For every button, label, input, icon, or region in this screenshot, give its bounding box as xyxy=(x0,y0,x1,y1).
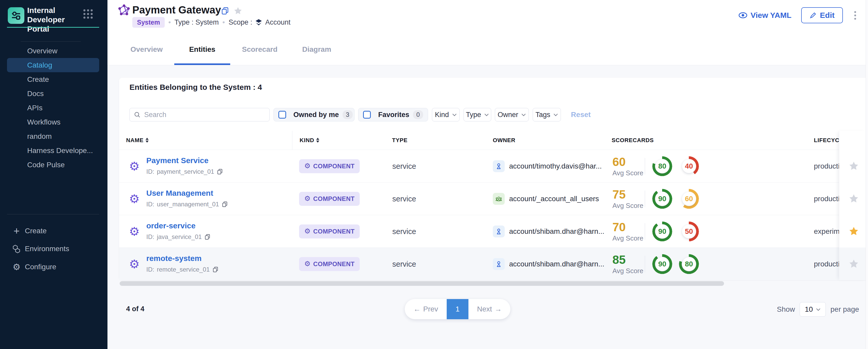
sliders-logo-icon xyxy=(11,10,21,21)
component-gear-icon: ⚙ xyxy=(129,225,140,237)
avg-score-block: 75 Avg Score xyxy=(612,188,643,210)
tags-dropdown[interactable]: Tags xyxy=(533,108,561,121)
scope-label: Scope : xyxy=(229,19,252,26)
sidebar-environments-button[interactable]: Environments xyxy=(0,241,107,257)
avg-score-value: 70 xyxy=(612,221,643,233)
type-cell: service xyxy=(392,227,416,235)
reset-filters-button[interactable]: Reset xyxy=(565,108,596,121)
owner-cell: account/timothy.davis@har... xyxy=(509,162,602,170)
tab-entities[interactable]: Entities xyxy=(190,34,215,65)
sidebar-configure-button[interactable]: ⚙ Configure xyxy=(0,259,107,275)
page-size-select[interactable]: 10 xyxy=(800,302,826,317)
tab-overview[interactable]: Overview xyxy=(129,34,164,65)
owned-by-me-checkbox[interactable] xyxy=(278,111,286,119)
more-options-kebab-icon[interactable] xyxy=(853,9,858,21)
search-input[interactable] xyxy=(144,111,265,119)
entities-card: Entities Belonging to the System : 4 xyxy=(119,78,868,280)
entities-heading: Entities Belonging to the System : 4 xyxy=(129,83,262,92)
next-page-button[interactable]: Next → xyxy=(468,299,510,319)
component-gear-icon: ⚙ xyxy=(129,258,140,270)
type-cell: service xyxy=(392,260,416,268)
tab-diagram[interactable]: Diagram xyxy=(302,34,331,65)
lifecycle-cell: production xyxy=(814,162,839,170)
entity-name-link[interactable]: order-service xyxy=(146,221,195,230)
system-kind-badge: System xyxy=(132,17,165,28)
entity-id-line: ID:remote_service_01 xyxy=(146,266,219,273)
owner-cell: account/shibam.dhar@harn... xyxy=(509,227,604,235)
entity-name-cell: Payment Service ID:payment_service_01 xyxy=(146,156,223,175)
row-favorite-star-icon[interactable] xyxy=(839,182,868,215)
copy-id-icon[interactable] xyxy=(212,266,219,273)
pagination-summary: 4 of 4 xyxy=(126,305,145,313)
entity-name-link[interactable]: remote-system xyxy=(146,254,202,263)
gear-icon: ⚙ xyxy=(304,260,311,267)
plus-icon: + xyxy=(11,227,22,235)
horizontal-scrollbar[interactable] xyxy=(120,281,724,286)
edit-button[interactable]: Edit xyxy=(801,7,843,23)
sidebar-item-workflows[interactable]: Workflows xyxy=(0,115,107,129)
kind-badge: ⚙COMPONENT xyxy=(299,192,360,206)
owner-group-icon xyxy=(493,193,505,205)
column-header-lifecycle: LIFECYCLE xyxy=(814,131,839,150)
row-favorite-star-icon[interactable] xyxy=(839,150,868,182)
sidebar-item-random[interactable]: random xyxy=(0,129,107,144)
sidebar-item-catalog[interactable]: Catalog xyxy=(7,58,99,72)
pagination-control: ← Prev 1 Next → xyxy=(405,299,510,319)
sidebar-create-button[interactable]: + Create xyxy=(0,223,107,239)
copy-id-icon[interactable] xyxy=(204,234,211,240)
chevron-down-icon xyxy=(452,113,457,116)
owner-cell: account/_account_all_users xyxy=(509,195,599,203)
sidebar-item-overview[interactable]: Overview xyxy=(0,44,107,58)
per-page-label: per page xyxy=(831,305,859,314)
entity-name-link[interactable]: User Management xyxy=(146,189,213,197)
avg-score-label: Avg Score xyxy=(612,169,643,177)
content-area: Entities Belonging to the System : 4 xyxy=(107,65,868,349)
entity-name-link[interactable]: Payment Service xyxy=(146,156,209,165)
tab-scorecard[interactable]: Scorecard xyxy=(243,34,277,65)
app-switcher-icon[interactable] xyxy=(83,9,93,19)
sort-icon xyxy=(316,138,319,142)
copy-id-icon[interactable] xyxy=(222,201,228,208)
sidebar-menu-divider xyxy=(21,41,81,42)
dot-separator: • xyxy=(222,18,225,26)
system-entity-icon xyxy=(118,4,130,17)
row-favorite-star-icon[interactable] xyxy=(839,248,868,280)
sidebar: Internal Developer Portal Overview Catal… xyxy=(0,0,107,349)
column-header-name[interactable]: NAME xyxy=(126,131,149,150)
owner-user-icon xyxy=(493,258,505,270)
owner-user-icon xyxy=(493,225,505,237)
column-header-kind[interactable]: KIND xyxy=(300,131,319,150)
header-actions: View YAML Edit xyxy=(739,7,858,23)
sidebar-item-apis[interactable]: APIs xyxy=(0,101,107,115)
entity-name-cell: order-service ID:java_service_01 xyxy=(146,221,211,241)
scorecard-gauge: 90 xyxy=(652,254,672,274)
copy-id-icon[interactable] xyxy=(217,168,223,175)
column-header-owner: OWNER xyxy=(493,131,515,150)
entity-id-line: ID:java_service_01 xyxy=(146,233,211,241)
prev-page-button[interactable]: ← Prev xyxy=(405,299,447,319)
lifecycle-cell: production xyxy=(814,195,839,203)
owned-by-me-filter[interactable]: Owned by me 3 xyxy=(274,108,354,121)
entity-type-label: Type : System xyxy=(175,19,219,26)
hexagons-icon xyxy=(11,244,22,253)
favorites-filter[interactable]: Favorites 0 xyxy=(358,108,428,121)
type-cell: service xyxy=(392,162,416,170)
favorite-title-star-icon[interactable] xyxy=(233,6,243,17)
vertical-scrollbar[interactable] xyxy=(866,0,868,349)
sidebar-item-create[interactable]: Create xyxy=(0,72,107,87)
gear-icon: ⚙ xyxy=(11,262,22,271)
page-number-button[interactable]: 1 xyxy=(447,299,468,319)
type-dropdown[interactable]: Type xyxy=(464,108,491,121)
row-favorite-star-icon-active[interactable] xyxy=(839,215,868,248)
copy-title-icon[interactable] xyxy=(221,7,229,16)
right-arrow-icon: → xyxy=(495,305,502,313)
favorites-checkbox[interactable] xyxy=(363,111,371,119)
view-yaml-button[interactable]: View YAML xyxy=(739,11,792,20)
avg-score-label: Avg Score xyxy=(612,201,643,210)
sidebar-item-harness-developer[interactable]: Harness Develope... xyxy=(0,144,107,158)
star-icon xyxy=(374,111,375,119)
kind-dropdown[interactable]: Kind xyxy=(432,108,460,121)
owner-dropdown[interactable]: Owner xyxy=(495,108,529,121)
sidebar-item-code-pulse[interactable]: Code Pulse xyxy=(0,158,107,172)
sidebar-item-docs[interactable]: Docs xyxy=(0,87,107,101)
